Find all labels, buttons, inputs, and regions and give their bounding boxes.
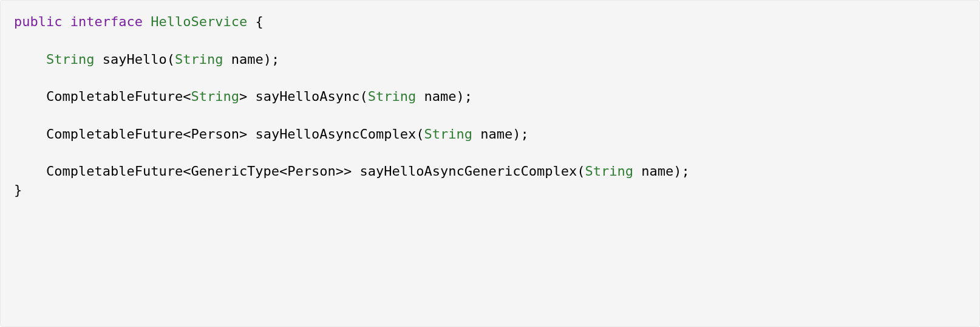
param-name: name [231,52,264,67]
keyword-public: public [14,14,62,29]
param-name: name [641,164,673,179]
space [472,126,480,142]
type-string: String [368,89,416,104]
type-generictype: GenericType [191,164,279,179]
type-string: String [424,126,472,142]
semicolon-icon: ; [464,89,472,104]
space [247,126,255,142]
interface-name: HelloService [151,14,247,29]
semicolon-icon: ; [271,52,279,67]
space [223,52,231,67]
type-string: String [191,89,239,104]
type-string: String [585,164,633,179]
type-person: Person [287,164,335,179]
lt-icon: < [279,164,287,179]
space [247,89,255,104]
close-brace-icon: } [14,182,22,198]
type-string: String [46,52,94,67]
close-paren-icon: ) [673,164,681,179]
gt-icon: > [239,89,247,104]
type-person: Person [191,126,239,142]
open-paren-icon: ( [360,89,368,104]
close-paren-icon: ) [264,52,271,67]
semicolon-icon: ; [521,126,529,142]
space [633,164,641,179]
open-paren-icon: ( [577,164,585,179]
lt-icon: < [183,89,191,104]
param-name: name [480,126,512,142]
method-sayhelloasynccomplex: sayHelloAsyncComplex [255,126,416,142]
method-sayhelloasync: sayHelloAsync [255,89,359,104]
gt-icon: > [344,164,352,179]
type-completablefuture: CompletableFuture [46,164,183,179]
gt-icon: > [239,126,247,142]
lt-icon: < [183,126,191,142]
space [247,14,255,29]
type-string: String [175,52,223,67]
space [62,14,70,29]
code-block: public interface HelloService { String s… [0,0,980,327]
keyword-interface: interface [70,14,143,29]
close-paren-icon: ) [512,126,520,142]
space [416,89,424,104]
gt-icon: > [336,164,344,179]
open-paren-icon: ( [167,52,175,67]
lt-icon: < [183,164,191,179]
semicolon-icon: ; [681,164,689,179]
type-completablefuture: CompletableFuture [46,126,183,142]
open-paren-icon: ( [416,126,424,142]
space [352,164,359,179]
close-paren-icon: ) [457,89,464,104]
method-sayhello: sayHello [103,52,167,67]
method-sayhelloasyncgenericcomplex: sayHelloAsyncGenericComplex [360,164,577,179]
open-brace-icon: { [255,14,263,29]
type-completablefuture: CompletableFuture [46,89,183,104]
space [94,52,102,67]
space [143,14,151,29]
param-name: name [424,89,457,104]
